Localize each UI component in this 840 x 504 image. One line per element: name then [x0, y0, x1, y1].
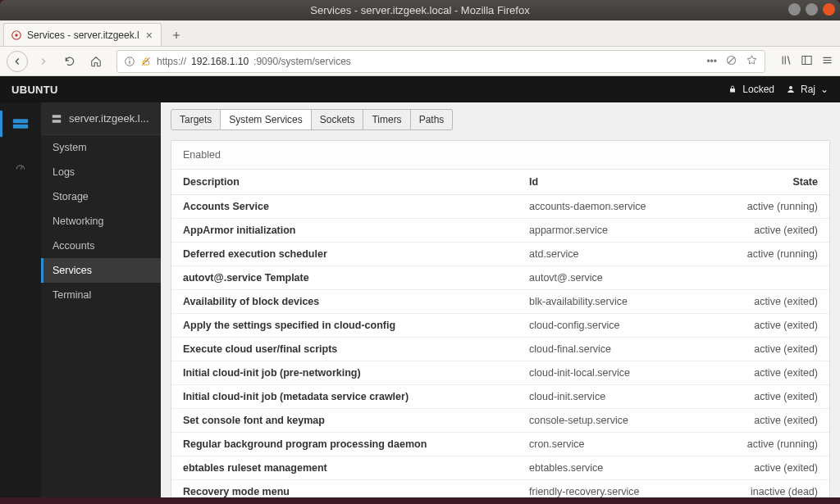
browser-tab[interactable]: Services - server.itzgeek.l ×	[3, 23, 162, 46]
info-icon[interactable]	[124, 56, 135, 67]
th-id[interactable]: Id	[518, 170, 731, 195]
svg-line-8	[728, 57, 735, 63]
service-row[interactable]: Deferred execution scheduleratd.servicea…	[171, 243, 829, 266]
rail-host-item[interactable]	[0, 111, 41, 137]
svg-rect-16	[52, 115, 62, 118]
lock-label: Locked	[742, 84, 774, 95]
server-icon	[12, 118, 29, 129]
chevron-down-icon: ⌄	[820, 84, 829, 95]
service-id: ebtables.service	[518, 456, 731, 480]
new-tab-button[interactable]	[165, 25, 188, 46]
service-row[interactable]: Set console font and keymapconsole-setup…	[171, 409, 829, 433]
forward-button[interactable]	[33, 51, 54, 72]
service-description: Recovery mode menu	[171, 480, 518, 498]
svg-point-12	[789, 86, 792, 89]
service-row[interactable]: Initial cloud-init job (pre-networking)c…	[171, 361, 829, 385]
sidebar-item-storage[interactable]: Storage	[41, 184, 161, 209]
tab-sockets[interactable]: Sockets	[312, 109, 364, 130]
service-state: active (exited)	[731, 219, 829, 243]
service-row[interactable]: Execute cloud user/final scriptscloud-fi…	[171, 338, 829, 361]
tab-timers[interactable]: Timers	[363, 109, 410, 130]
service-row[interactable]: Accounts Serviceaccounts-daemon.servicea…	[171, 195, 829, 219]
service-type-tabs: TargetsSystem ServicesSocketsTimersPaths	[161, 102, 840, 130]
hamburger-menu-icon[interactable]	[821, 54, 833, 69]
service-description: Deferred execution scheduler	[171, 243, 518, 266]
service-id: cloud-config.service	[518, 314, 731, 338]
tab-favicon-icon	[11, 30, 22, 41]
service-id: blk-availability.service	[518, 290, 731, 314]
content-panel: TargetsSystem ServicesSocketsTimersPaths…	[161, 102, 840, 497]
service-id: atd.service	[518, 243, 731, 266]
main-layout: server.itzgeek.l... SystemLogsStorageNet…	[0, 102, 840, 501]
service-id: friendly-recovery.service	[518, 480, 731, 498]
sidebar-host-row[interactable]: server.itzgeek.l...	[41, 102, 161, 135]
service-description: ebtables ruleset management	[171, 456, 518, 480]
service-id: autovt@.service	[518, 266, 731, 290]
th-state[interactable]: State	[731, 170, 829, 195]
user-menu[interactable]: Raj ⌄	[786, 84, 829, 95]
svg-rect-3	[129, 60, 130, 63]
gauge-icon	[12, 161, 29, 172]
window-title: Services - server.itzgeek.local - Mozill…	[310, 4, 529, 16]
service-row[interactable]: Initial cloud-init job (metadata service…	[171, 385, 829, 409]
home-button[interactable]	[85, 51, 107, 72]
service-row[interactable]: Apply the settings specified in cloud-co…	[171, 314, 829, 338]
window-minimize-button[interactable]	[788, 3, 801, 16]
service-row[interactable]: AppArmor initializationapparmor.servicea…	[171, 219, 829, 243]
service-row[interactable]: autovt@.service Templateautovt@.service	[171, 266, 829, 290]
page-actions-icon[interactable]: •••	[706, 56, 717, 67]
host-rail	[0, 102, 41, 497]
window-titlebar: Services - server.itzgeek.local - Mozill…	[0, 0, 840, 20]
service-state: active (exited)	[731, 361, 829, 385]
service-row[interactable]: ebtables ruleset managementebtables.serv…	[171, 456, 829, 480]
tab-system-services[interactable]: System Services	[221, 109, 311, 130]
tab-paths[interactable]: Paths	[411, 109, 454, 130]
svg-rect-11	[730, 89, 735, 93]
url-bar[interactable]: https://192.168.1.10:9090/system/service…	[116, 50, 765, 73]
service-state: active (exited)	[731, 290, 829, 314]
service-description: Execute cloud user/final scripts	[171, 338, 518, 361]
service-row[interactable]: Availability of block devicesblk-availab…	[171, 290, 829, 314]
tab-close-icon[interactable]: ×	[144, 29, 154, 42]
sidebar-toggle-icon[interactable]	[801, 54, 813, 69]
th-description[interactable]: Description	[171, 170, 518, 195]
sidebar-host-label: server.itzgeek.l...	[69, 112, 149, 125]
window-maximize-button[interactable]	[806, 3, 818, 16]
svg-rect-9	[802, 56, 811, 64]
service-id: cron.service	[518, 433, 731, 456]
service-state: active (exited)	[731, 385, 829, 409]
lock-icon	[728, 84, 737, 94]
service-row[interactable]: Recovery mode menufriendly-recovery.serv…	[171, 480, 829, 498]
tab-targets[interactable]: Targets	[171, 109, 221, 130]
user-icon	[786, 84, 796, 94]
svg-rect-13	[13, 119, 28, 123]
sidebar-item-system[interactable]: System	[41, 135, 161, 160]
reader-mode-icon[interactable]	[725, 54, 737, 69]
service-state: inactive (dead)	[731, 480, 829, 498]
services-section-header: Enabled	[171, 141, 829, 170]
service-description: AppArmor initialization	[171, 219, 518, 243]
window-close-button[interactable]	[823, 3, 835, 16]
service-state: active (exited)	[731, 456, 829, 480]
sidebar-item-logs[interactable]: Logs	[41, 160, 161, 184]
insecure-lock-icon	[140, 56, 152, 67]
service-row[interactable]: Regular background program processing da…	[171, 433, 829, 456]
url-suffix: :9090/system/services	[253, 56, 351, 67]
service-description: Apply the settings specified in cloud-co…	[171, 314, 518, 338]
reload-button[interactable]	[59, 51, 80, 72]
sidebar-item-accounts[interactable]: Accounts	[41, 234, 161, 258]
back-button[interactable]	[7, 51, 28, 72]
library-icon[interactable]	[780, 54, 792, 69]
host-server-icon	[51, 113, 62, 125]
service-description: Set console font and keymap	[171, 409, 518, 433]
sidebar-item-networking[interactable]: Networking	[41, 209, 161, 234]
service-state: active (exited)	[731, 314, 829, 338]
url-host: 192.168.1.10	[191, 56, 249, 67]
privilege-lock[interactable]: Locked	[728, 84, 774, 95]
sidebar-item-services[interactable]: Services	[41, 258, 161, 283]
service-id: cloud-init-local.service	[518, 361, 731, 385]
rail-dashboard-item[interactable]	[0, 153, 41, 179]
browser-tabstrip: Services - server.itzgeek.l ×	[0, 20, 840, 47]
bookmark-star-icon[interactable]	[746, 54, 758, 69]
sidebar-item-terminal[interactable]: Terminal	[41, 283, 161, 307]
